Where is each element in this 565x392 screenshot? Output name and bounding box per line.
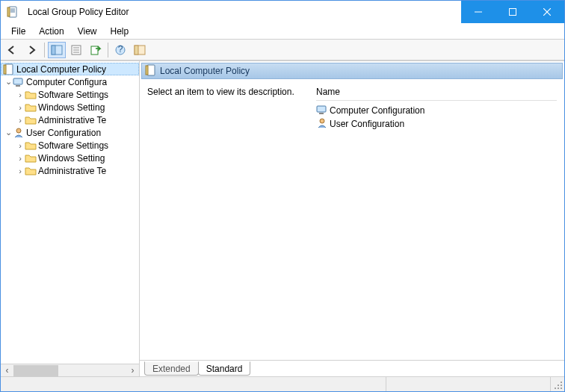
menu-help[interactable]: Help [105, 25, 135, 38]
folder-icon [25, 140, 37, 152]
app-icon [7, 6, 19, 18]
svg-rect-28 [319, 113, 324, 114]
svg-rect-23 [16, 85, 20, 87]
chevron-right-icon[interactable]: › [16, 141, 25, 150]
tree-windows-settings[interactable]: › Windows Setting [1, 152, 139, 164]
tree-label: Computer Configura [26, 77, 107, 87]
forward-button[interactable] [23, 42, 41, 58]
svg-rect-15 [91, 46, 98, 55]
svg-point-33 [555, 388, 556, 389]
scroll-right-button[interactable]: › [126, 365, 139, 376]
chevron-right-icon[interactable]: › [16, 90, 25, 99]
export-button[interactable] [87, 42, 105, 58]
chevron-down-icon[interactable]: ⌄ [4, 128, 13, 137]
computer-icon [316, 104, 328, 118]
svg-rect-10 [52, 46, 55, 55]
tree-user-config[interactable]: ⌄ User Configuration [1, 126, 139, 139]
folder-icon [25, 89, 37, 101]
toolbar-separator [44, 43, 45, 57]
toolbar-separator [108, 43, 108, 57]
tree-label: Administrative Te [38, 115, 106, 125]
computer-icon [13, 76, 25, 88]
scrollbar-track[interactable] [13, 365, 126, 376]
folder-icon [25, 165, 37, 177]
tree-root[interactable]: Local Computer Policy [1, 63, 139, 75]
title-bar-left: Local Group Policy Editor [1, 1, 461, 23]
svg-rect-19 [135, 46, 138, 55]
chevron-right-icon[interactable]: › [16, 103, 25, 112]
tree-label: Windows Setting [38, 153, 105, 164]
tree-admin-templates[interactable]: › Administrative Te [1, 113, 139, 126]
status-cell [1, 377, 386, 391]
detail-body: Select an item to view its description. … [140, 81, 564, 360]
policy-tree[interactable]: Local Computer Policy ⌄ Computer Configu… [1, 61, 139, 364]
menu-view[interactable]: View [72, 25, 103, 38]
tree-windows-settings[interactable]: › Windows Setting [1, 101, 139, 113]
detail-header: Local Computer Policy [141, 63, 563, 79]
list-item-user-config[interactable]: User Configuration [316, 117, 557, 131]
filter-button[interactable] [131, 42, 149, 58]
window-controls [461, 1, 564, 23]
svg-point-31 [558, 388, 559, 389]
detail-title: Local Computer Policy [160, 66, 250, 76]
chevron-right-icon[interactable]: › [16, 154, 25, 163]
tree-software-settings[interactable]: › Software Settings [1, 139, 139, 152]
help-button[interactable]: ? [111, 42, 129, 58]
policy-icon [3, 63, 15, 75]
title-bar: Local Group Policy Editor [1, 1, 564, 23]
svg-point-30 [561, 388, 562, 389]
folder-icon [25, 102, 37, 113]
user-icon [316, 117, 328, 131]
toolbar: ? [1, 40, 564, 60]
chevron-down-icon[interactable]: ⌄ [4, 77, 13, 87]
list-item-label: User Configuration [330, 119, 404, 129]
tree-pane: Local Computer Policy ⌄ Computer Configu… [1, 61, 140, 376]
svg-point-35 [561, 382, 562, 383]
svg-point-32 [561, 385, 562, 386]
minimize-button[interactable] [461, 1, 495, 23]
folder-icon [25, 152, 37, 164]
scroll-left-button[interactable]: ‹ [1, 365, 13, 376]
tree-admin-templates[interactable]: › Administrative Te [1, 164, 139, 177]
chevron-right-icon[interactable]: › [16, 167, 25, 175]
menu-bar: File Action View Help [1, 23, 564, 40]
menu-file[interactable]: File [5, 25, 31, 38]
tree-label: Administrative Te [38, 166, 106, 176]
properties-button[interactable] [67, 42, 85, 58]
svg-rect-22 [13, 78, 22, 84]
tree-root-label: Local Computer Policy [16, 64, 106, 75]
maximize-button[interactable] [495, 1, 530, 23]
svg-rect-21 [4, 65, 6, 74]
tree-label: Software Settings [38, 140, 108, 151]
tree-label: Software Settings [38, 90, 108, 100]
user-icon [13, 127, 25, 139]
show-tree-button[interactable] [48, 42, 66, 58]
detail-list: Name Computer Configuration User Configu… [316, 87, 557, 354]
resize-grip[interactable] [551, 377, 564, 391]
svg-text:?: ? [118, 45, 123, 55]
tab-standard[interactable]: Standard [198, 361, 251, 376]
tree-label: Windows Setting [38, 102, 105, 113]
back-button[interactable] [4, 42, 22, 58]
content-area: Local Computer Policy ⌄ Computer Configu… [1, 60, 564, 376]
svg-rect-27 [317, 106, 326, 112]
tree-software-settings[interactable]: › Software Settings [1, 88, 139, 101]
tab-extended[interactable]: Extended [144, 361, 199, 376]
column-header-name[interactable]: Name [316, 87, 557, 101]
svg-rect-4 [7, 7, 10, 16]
close-button[interactable] [530, 1, 564, 23]
menu-action[interactable]: Action [33, 25, 70, 38]
horizontal-scrollbar[interactable]: ‹ › [1, 364, 139, 376]
detail-pane: Local Computer Policy Select an item to … [140, 61, 564, 376]
chevron-right-icon[interactable]: › [16, 116, 25, 125]
description-text: Select an item to view its description. [147, 87, 304, 354]
tree-computer-config[interactable]: ⌄ Computer Configura [1, 75, 139, 88]
status-cell [386, 377, 551, 391]
scrollbar-thumb[interactable] [13, 365, 58, 376]
folder-icon [25, 114, 37, 126]
status-bar [1, 376, 564, 391]
svg-point-34 [558, 385, 559, 386]
window-title: Local Group Policy Editor [28, 7, 129, 17]
policy-icon [145, 64, 157, 78]
list-item-computer-config[interactable]: Computer Configuration [316, 104, 557, 117]
